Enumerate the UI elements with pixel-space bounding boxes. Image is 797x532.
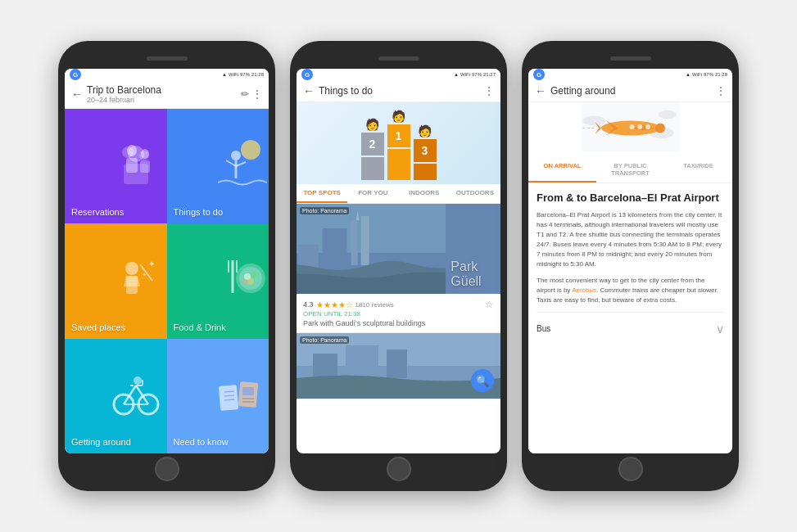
battery-2: 97% [472, 72, 482, 77]
podium-bronze: 🧑 3 [414, 124, 437, 180]
back-button-2[interactable]: ← [303, 84, 315, 97]
trip-title: Trip to Barcelona [87, 84, 161, 96]
plane-svg [582, 102, 680, 151]
svg-point-60 [658, 110, 677, 119]
edit-icon[interactable]: ✏ [241, 88, 249, 100]
bookmark-icon[interactable]: ☆ [485, 299, 494, 310]
place-card-2[interactable]: Photo: Panorama 🔍 [297, 333, 500, 399]
reviews: 1810 reviews [355, 301, 394, 309]
reservations-illustration [106, 109, 167, 223]
person-silver: 🧑 [365, 118, 379, 131]
battery-indicator: 97% [240, 72, 250, 77]
status-bar-left-3: G [533, 69, 545, 80]
phone-3-bottom-bar [528, 457, 732, 481]
svg-rect-7 [140, 160, 150, 173]
back-button[interactable]: ← [71, 88, 83, 101]
phone-1-status-bar: G ▲ WiFi 97% 21:28 [65, 69, 269, 80]
home-button-3[interactable] [618, 457, 643, 481]
tab-by-public[interactable]: BY PUBLIC TRANSPORT [596, 158, 664, 183]
podium-3: 3 [414, 139, 437, 162]
svg-rect-56 [346, 345, 378, 378]
need-to-know-cell[interactable]: Need to know [167, 339, 269, 453]
phones-container: G ▲ WiFi 97% 21:28 ← Trip to Barcelona 2… [42, 25, 755, 507]
things-illustration [207, 109, 269, 223]
menu-grid: Reservations [65, 109, 269, 453]
aerobus-link[interactable]: Aerobus [572, 286, 596, 294]
phone2-title: Things to do [319, 85, 373, 97]
chevron-down-icon[interactable]: ∨ [716, 322, 724, 336]
airport-body-2: The most convenient way to get to the ci… [537, 276, 724, 305]
more-icon[interactable]: ⋮ [252, 88, 262, 100]
svg-rect-57 [387, 349, 407, 378]
svg-point-35 [134, 376, 142, 385]
bus-row[interactable]: Bus ∨ [537, 319, 724, 339]
svg-rect-36 [218, 385, 238, 411]
place-card-info-1: 4.3 ★★★★☆ 1810 reviews ☆ OPEN UNTIL 21:3… [297, 294, 500, 332]
svg-text:✦: ✦ [142, 272, 147, 277]
search-fab[interactable]: 🔍 [471, 369, 494, 392]
phone-3-header: ← Getting around ⋮ [528, 80, 732, 102]
podium-bar-silver [361, 157, 384, 180]
more-icon-2[interactable]: ⋮ [484, 85, 494, 97]
plane-illustration [528, 102, 732, 151]
svg-point-69 [645, 124, 650, 129]
svg-line-11 [226, 160, 236, 166]
airport-title: From & to Barcelona–El Prat Airport [537, 192, 724, 205]
tab-top-spots[interactable]: TOP SPOTS [297, 184, 347, 203]
phone-2-bottom-bar [297, 457, 500, 481]
getting-around-cell[interactable]: Getting around [65, 339, 167, 453]
photo-label-2: Photo: Panorama [300, 336, 349, 344]
need-to-know-label: Need to know [174, 437, 229, 447]
wifi-icon: WiFi [229, 72, 238, 77]
phone-3-top-bar [528, 51, 732, 65]
food-drink-cell[interactable]: Food & Drink [167, 223, 269, 338]
svg-text:✦: ✦ [148, 259, 155, 268]
saved-places-label: Saved places [71, 322, 125, 332]
svg-rect-5 [126, 158, 138, 173]
battery-3: 97% [704, 72, 713, 77]
podium-bar-bronze [414, 164, 437, 180]
phone-2-top-bar [297, 51, 500, 65]
phone-2-speaker [378, 56, 419, 61]
photo-label-1: Photo: Panorama [300, 207, 349, 214]
podium-1: 1 [387, 124, 410, 147]
home-button-2[interactable] [387, 457, 411, 481]
svg-line-38 [224, 391, 234, 392]
things-to-do-cell[interactable]: Things to do [167, 109, 269, 223]
wifi-icon-2: WiFi [460, 72, 470, 77]
back-button-3[interactable]: ← [535, 84, 546, 97]
svg-point-6 [141, 149, 149, 159]
header-3-left: ← Getting around [535, 84, 615, 97]
time-display: 21:28 [251, 72, 264, 77]
tab-outdoors[interactable]: OUTDOORS [450, 184, 500, 203]
svg-point-9 [231, 151, 241, 160]
phone3-tabs: ON ARRIVAL BY PUBLIC TRANSPORT TAXI/RIDE [528, 158, 732, 183]
park-overlay [297, 204, 500, 294]
phone-1-header: ← Trip to Barcelona 20–24 februari ✏ ⋮ [65, 80, 269, 109]
rating-row: 4.3 ★★★★☆ 1810 reviews ☆ [303, 299, 494, 310]
tab-indoors[interactable]: INDOORS [399, 184, 450, 203]
svg-point-26 [242, 279, 247, 284]
place-card-1[interactable]: Photo: Panorama Park Güell 4.3 ★★★★☆ 181… [297, 204, 500, 333]
reservations-cell[interactable]: Reservations [65, 109, 167, 223]
things-to-do-label: Things to do [174, 207, 224, 217]
tab-for-you[interactable]: FOR YOU [347, 184, 398, 203]
google-icon: G [70, 69, 81, 80]
phone2-hero: 🧑 2 🧑 1 🧑 3 [297, 102, 500, 184]
wifi-icon-3: WiFi [692, 72, 702, 77]
status-bar-left: G [70, 69, 81, 80]
status-bar-right-2: ▲ WiFi 97% 21:27 [454, 72, 496, 77]
saved-illustration: ✦ ✦ [106, 223, 167, 338]
tab-on-arrival[interactable]: ON ARRIVAL [528, 158, 596, 183]
phone3-title: Getting around [550, 85, 615, 97]
saved-places-cell[interactable]: ✦ ✦ Saved places [65, 223, 167, 338]
phone-3-speaker [610, 56, 651, 61]
phone3-content: From & to Barcelona–El Prat Airport Barc… [528, 183, 732, 453]
home-button[interactable] [155, 457, 179, 481]
phone-2-screen: G ▲ WiFi 97% 21:27 ← Things to do ⋮ [297, 69, 500, 453]
phone-1-speaker [147, 56, 188, 61]
tab-taxi[interactable]: TAXI/RIDE [664, 158, 732, 183]
person-bronze: 🧑 [418, 124, 432, 138]
phone-2: G ▲ WiFi 97% 21:27 ← Things to do ⋮ [290, 41, 507, 491]
more-icon-3[interactable]: ⋮ [716, 85, 726, 97]
